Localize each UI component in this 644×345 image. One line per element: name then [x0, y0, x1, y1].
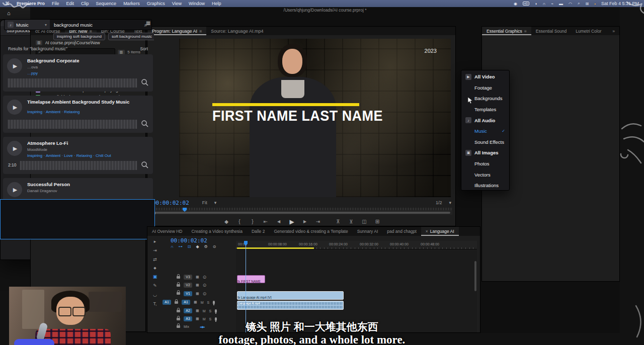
menu-window[interactable]: Window: [189, 1, 205, 6]
tab-essential-graphics[interactable]: Essential Graphics≡: [482, 27, 531, 35]
tab-lumetri-color[interactable]: Lumetri Color: [571, 27, 606, 35]
hand-tool[interactable]: ◡: [153, 292, 157, 297]
mark-out-button[interactable]: }: [246, 219, 259, 224]
menu-item-music[interactable]: Music ✓: [461, 126, 509, 137]
menu-graphics[interactable]: Graphics: [147, 1, 165, 6]
go-to-in-button[interactable]: ⇤: [259, 219, 272, 224]
razor-tool[interactable]: ◆: [153, 266, 156, 270]
track-header-v1[interactable]: V1 ▦ ⊙: [163, 289, 236, 298]
timeline-tab[interactable]: pad and chagpt: [382, 227, 421, 236]
music-result-card[interactable]: ▶ Successful Person Danail Draganov: [3, 178, 153, 199]
waveform-preview[interactable]: [20, 161, 137, 170]
menubar-clock[interactable]: Sat Feb 4 5:31 PM: [601, 1, 639, 6]
bin-up-icon[interactable]: ▥: [36, 40, 42, 45]
menu-item-all-video[interactable]: ▶ All Video: [461, 71, 509, 82]
pen-tool[interactable]: ✎: [153, 283, 157, 288]
lock-icon[interactable]: [177, 284, 180, 287]
panel-menu-icon[interactable]: ≡: [199, 29, 202, 34]
timeline-settings-icon[interactable]: ⚙: [204, 244, 208, 249]
waveform-preview[interactable]: [8, 120, 137, 129]
scrollbar-handle[interactable]: [152, 212, 450, 214]
play-preview-button[interactable]: ▶: [7, 100, 22, 115]
timeline-lanes[interactable]: 00:00 00:00:08:00 00:00:16:00 00:00:24:0…: [236, 241, 477, 332]
lift-button[interactable]: ⊼: [332, 219, 345, 224]
source-patch-icon[interactable]: ▦: [196, 292, 199, 296]
track-badge[interactable]: A1: [182, 300, 190, 305]
lock-icon[interactable]: [177, 292, 180, 295]
menu-item-illustrations[interactable]: Illustrations: [461, 180, 509, 191]
close-tab-icon[interactable]: ×: [426, 229, 428, 234]
timeline-tab[interactable]: AI Overview HD: [147, 227, 187, 236]
menu-item-vectors[interactable]: Vectors: [461, 169, 509, 180]
menubar-app-name[interactable]: Premiere Pro: [17, 1, 45, 6]
zoom-level-dropdown[interactable]: Fit▾: [202, 200, 217, 205]
timeline-vertical-scrollbar[interactable]: [474, 261, 476, 291]
tag-links[interactable]: Inspiring · Ambient · Relaxing: [27, 110, 80, 114]
sort-dropdown[interactable]: Sort: [140, 46, 148, 51]
lock-icon[interactable]: [177, 310, 180, 312]
ripple-edit-tool[interactable]: ⇄: [153, 257, 157, 262]
step-forward-button[interactable]: ▶: [298, 219, 311, 224]
music-result-card[interactable]: ▶ Background Corporate …ova …ppy: [3, 54, 153, 92]
play-preview-button[interactable]: ▶: [7, 182, 22, 197]
suggestion-chip[interactable]: soft background music: [108, 33, 154, 40]
tab-essential-sound[interactable]: Essential Sound: [531, 27, 571, 35]
mute-button[interactable]: M: [203, 309, 206, 313]
tag-links[interactable]: …ppy: [27, 71, 38, 75]
playback-resolution-dropdown[interactable]: 1/2▾: [436, 200, 451, 205]
voiceover-mic-icon[interactable]: [213, 301, 215, 304]
menu-view[interactable]: View: [172, 1, 182, 6]
storyblocks-search-input[interactable]: [50, 22, 144, 28]
track-header-v3[interactable]: V3 ▦ ⊙: [163, 273, 236, 281]
record-status-icon[interactable]: ◉: [514, 2, 517, 6]
timeline-tab[interactable]: Creating a Video synthesia: [187, 227, 247, 236]
marker-icon[interactable]: ◆: [196, 244, 199, 249]
menu-item-sound-effects[interactable]: Sound Effects: [461, 137, 509, 148]
monitor-playhead[interactable]: [183, 208, 187, 212]
panel-menu-icon[interactable]: ≡: [524, 29, 527, 34]
track-header-v2[interactable]: V2 ▦ ⊙: [163, 281, 236, 289]
menu-item-all-images[interactable]: ▣ All Images: [461, 147, 509, 158]
menu-file[interactable]: File: [52, 1, 59, 6]
solo-button[interactable]: S: [207, 301, 209, 304]
control-center-icon[interactable]: ⊞: [585, 2, 589, 6]
work-area-bar[interactable]: [237, 247, 314, 249]
display-hd-icon[interactable]: HD: [523, 2, 529, 6]
menu-item-photos[interactable]: Photos: [461, 158, 509, 169]
menu-clip[interactable]: Clip: [81, 1, 89, 6]
source-patch-icon[interactable]: ▦: [196, 283, 199, 287]
suggestion-chip[interactable]: inspiring soft background: [53, 33, 105, 40]
play-preview-button[interactable]: ▶: [7, 141, 22, 156]
button-editor-button[interactable]: ⊞: [371, 219, 384, 224]
bluetooth-icon[interactable]: ⌁: [551, 2, 553, 6]
timeline-tab[interactable]: Sunnary AI: [353, 227, 383, 236]
apple-menu-icon[interactable]: ⌘: [5, 1, 10, 6]
right-tabs-overflow[interactable]: »: [608, 27, 619, 35]
menu-item-templates[interactable]: Templates: [461, 104, 509, 115]
track-badge[interactable]: V2: [184, 283, 192, 288]
menu-item-footage[interactable]: Footage: [461, 82, 509, 94]
tab-program-monitor[interactable]: Program: Language AI≡: [147, 27, 206, 35]
track-header-a1[interactable]: A1 A1 ▦ M S: [163, 298, 236, 307]
graphic-clip[interactable]: fx FIRST NAME: [237, 275, 265, 283]
mark-in-button[interactable]: {: [233, 219, 246, 224]
category-dropdown[interactable]: ♪ Music ▾: [5, 20, 50, 30]
rectangle-tool[interactable]: ▣: [153, 274, 157, 279]
find-similar-icon[interactable]: [141, 120, 149, 128]
menu-edit[interactable]: Edit: [66, 1, 74, 6]
export-frame-button[interactable]: ◫: [358, 219, 371, 224]
music-result-card[interactable]: ▶ Atmosphere Lo-Fi MoodMode Inspiring · …: [3, 137, 153, 174]
wifi-icon[interactable]: ◠: [569, 2, 572, 6]
step-back-button[interactable]: ◀: [272, 219, 285, 224]
play-button[interactable]: ▶: [285, 218, 298, 225]
menu-item-all-audio[interactable]: ♪ All Audio: [461, 115, 509, 126]
view-options-icon[interactable]: ▦: [146, 20, 153, 26]
tab-source-monitor[interactable]: Source: Language AI.mp4: [206, 27, 268, 35]
lock-icon[interactable]: [177, 276, 180, 279]
monitor-scrubber[interactable]: [151, 208, 452, 215]
type-tool[interactable]: T,: [153, 301, 156, 306]
timeline-tab-active[interactable]: × Language AI: [421, 227, 459, 236]
music-result-card[interactable]: ▶ Timelapse Ambient Background Study Mus…: [3, 96, 153, 133]
nest-toggle-icon[interactable]: ⊡: [188, 244, 191, 249]
captions-toggle-icon[interactable]: ⊙: [213, 244, 216, 249]
